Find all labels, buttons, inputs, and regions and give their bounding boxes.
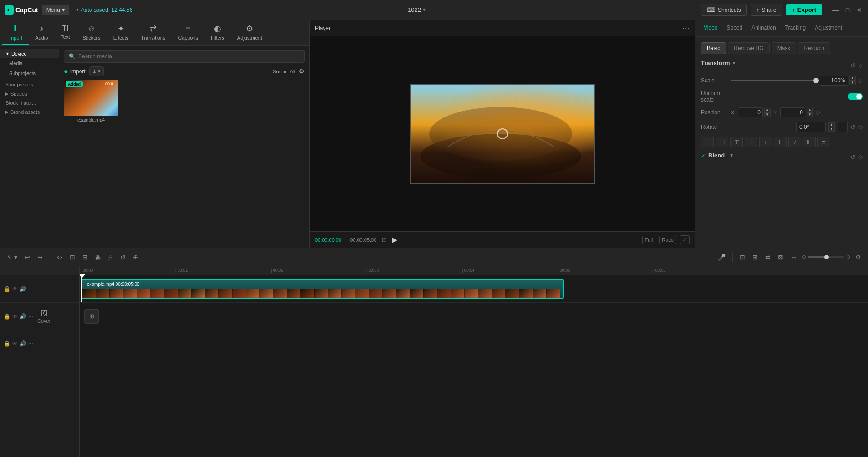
tool-transitions[interactable]: ⇄ Transitions — [135, 20, 172, 45]
sidebar-item-brand[interactable]: ▶ Brand assets — [0, 107, 59, 117]
tool-captions[interactable]: ≡ Captions — [172, 20, 204, 45]
crop-btn[interactable]: ⊡ — [67, 252, 77, 262]
audio-icon[interactable]: 🔊 — [20, 286, 26, 292]
scale-keyframe-btn[interactable]: ◇ — [858, 77, 863, 84]
blend-reset-btn[interactable]: ↺ — [850, 153, 856, 161]
transform-reset-button[interactable]: ↺ — [850, 62, 856, 69]
scale-increment[interactable]: ▲ — [849, 76, 856, 81]
sort-button[interactable]: Sort ≡ — [273, 69, 286, 74]
media-item[interactable]: Added 00:0... example.mp4 — [64, 80, 118, 122]
grid-view-button[interactable]: ⊞ ▾ — [89, 66, 104, 76]
lock-icon[interactable]: 🔒 — [4, 286, 10, 292]
blend-keyframe-btn[interactable]: ◇ — [858, 153, 863, 161]
tool-adjustment[interactable]: ⚙ Adjustment — [231, 20, 269, 45]
rotate-keyframe-btn[interactable]: ◇ — [858, 124, 863, 130]
tool-text[interactable]: TI Text — [54, 21, 76, 44]
fullscreen-button[interactable]: ⤢ — [680, 235, 690, 244]
subtab-mask[interactable]: Mask — [772, 42, 797, 54]
ratio-button[interactable]: Ratio — [659, 236, 676, 244]
more-icon[interactable]: ⋯ — [28, 286, 34, 292]
redo-btn[interactable]: ↪ — [35, 252, 45, 262]
resize-handle-br[interactable] — [591, 180, 595, 183]
rotate-tl-btn[interactable]: ↺ — [118, 252, 128, 262]
sidebar-item-device[interactable]: ▼ Device — [0, 49, 59, 58]
subtab-removebg[interactable]: Remove BG — [728, 42, 769, 54]
search-input[interactable] — [78, 53, 299, 60]
sidebar-item-media[interactable]: Media — [0, 58, 59, 68]
flip-btn[interactable]: △ — [106, 252, 115, 262]
position-y-input[interactable] — [780, 107, 805, 117]
tool-audio[interactable]: ♪ Audio — [29, 20, 54, 45]
uniform-scale-toggle[interactable] — [848, 93, 863, 100]
resize-handle-tr[interactable] — [591, 84, 595, 88]
rotate-minus-button[interactable]: - — [838, 122, 848, 132]
align-center-v-btn[interactable]: + — [759, 137, 772, 147]
extra-lock-icon[interactable]: 🔒 — [4, 340, 10, 347]
sidebar-item-stock[interactable]: Stock mater... — [0, 98, 59, 107]
rotate-decrement[interactable]: ▼ — [828, 127, 835, 132]
tool-import[interactable]: ⬇ Import — [2, 20, 29, 45]
pos-y-decrement[interactable]: ▼ — [807, 112, 813, 117]
resize-handle-bl[interactable] — [410, 180, 414, 183]
align-left-btn[interactable]: ⊢ — [701, 137, 714, 147]
pos-y-increment[interactable]: ▲ — [807, 108, 813, 112]
transform-keyframe-button[interactable]: ◇ — [858, 62, 863, 69]
scale-decrement[interactable]: ▼ — [849, 81, 856, 85]
tab-animation[interactable]: Animation — [747, 20, 780, 36]
pos-x-increment[interactable]: ▲ — [764, 108, 771, 112]
extra-vis-icon[interactable]: 👁 — [12, 340, 18, 347]
zoom-track[interactable] — [808, 256, 844, 258]
menu-button[interactable]: Menu ▾ — [42, 5, 69, 15]
cover-more-icon[interactable]: ⋯ — [28, 313, 34, 320]
align-center-h-btn[interactable]: ⊣ — [716, 137, 728, 147]
cover-audio-icon[interactable]: 🔊 — [20, 313, 26, 320]
settings-tl-btn[interactable]: ⚙ — [853, 252, 863, 262]
position-keyframe-btn[interactable]: ◇ — [816, 109, 820, 116]
subtab-basic[interactable]: Basic — [701, 42, 726, 54]
magnet-btn[interactable]: ⊡ — [737, 252, 747, 262]
maximize-button[interactable]: □ — [843, 6, 852, 14]
sidebar-item-presets[interactable]: Your presets — [0, 80, 59, 89]
close-button[interactable]: ✕ — [855, 6, 863, 14]
compare-btn[interactable]: ⇄ — [763, 252, 773, 262]
rotate-input[interactable] — [796, 122, 826, 132]
rotate-increment[interactable]: ▲ — [828, 122, 835, 127]
tool-effects[interactable]: ✦ Effects — [107, 20, 135, 45]
fit-btn[interactable]: ↔ — [788, 252, 799, 262]
shortcuts-button[interactable]: ⌨ Shortcuts — [701, 4, 747, 16]
align-top-btn[interactable]: ⊥ — [745, 137, 757, 147]
position-x-input[interactable] — [738, 107, 763, 117]
add-btn[interactable]: ⊕ — [131, 252, 141, 262]
add-media-icon[interactable]: ⊞ — [84, 309, 99, 324]
video-clip[interactable]: example.mp4 00:00:05:00 — [81, 279, 564, 299]
sidebar-item-spaces[interactable]: ▶ Spaces — [0, 89, 59, 98]
delete-btn[interactable]: ⊟ — [80, 252, 90, 262]
clip-btn[interactable]: ◉ — [93, 252, 103, 262]
tab-tracking[interactable]: Tracking — [781, 20, 811, 36]
split-btn[interactable]: ⇔ — [55, 252, 65, 262]
rotate-reset-btn[interactable]: ↺ — [850, 123, 856, 131]
align-dist-v-btn[interactable]: ⊩ — [803, 137, 816, 147]
tab-adjustment[interactable]: Adjustment — [810, 20, 847, 36]
filter-button[interactable]: ⚙ — [299, 68, 305, 75]
align-right-btn[interactable]: ⊤ — [730, 137, 743, 147]
export-button[interactable]: ↑ Export — [786, 4, 822, 15]
center-handle[interactable] — [497, 128, 508, 139]
pos-x-decrement[interactable]: ▼ — [764, 112, 771, 117]
tool-stickers[interactable]: ☺ Stickers — [76, 20, 107, 45]
tab-video[interactable]: Video — [699, 20, 722, 36]
undo-btn[interactable]: ↩ — [22, 252, 32, 262]
subtab-retouch[interactable]: Retouch — [798, 42, 830, 54]
cover-vis-icon[interactable]: 👁 — [12, 313, 18, 320]
mic-btn[interactable]: 🎤 — [716, 252, 728, 262]
scale-slider[interactable] — [731, 80, 816, 81]
cover-button[interactable]: 🖼 Cover — [37, 309, 51, 324]
playhead[interactable] — [81, 275, 82, 302]
grid-btn[interactable]: ⊠ — [776, 252, 786, 262]
extra-audio-icon[interactable]: 🔊 — [20, 340, 26, 347]
play-button[interactable]: ▶ — [392, 235, 397, 244]
cover-lock-icon[interactable]: 🔒 — [4, 313, 10, 320]
scale-input[interactable] — [819, 76, 848, 86]
full-button[interactable]: Full — [642, 236, 656, 244]
blend-checkbox[interactable]: ✓ — [701, 152, 706, 159]
